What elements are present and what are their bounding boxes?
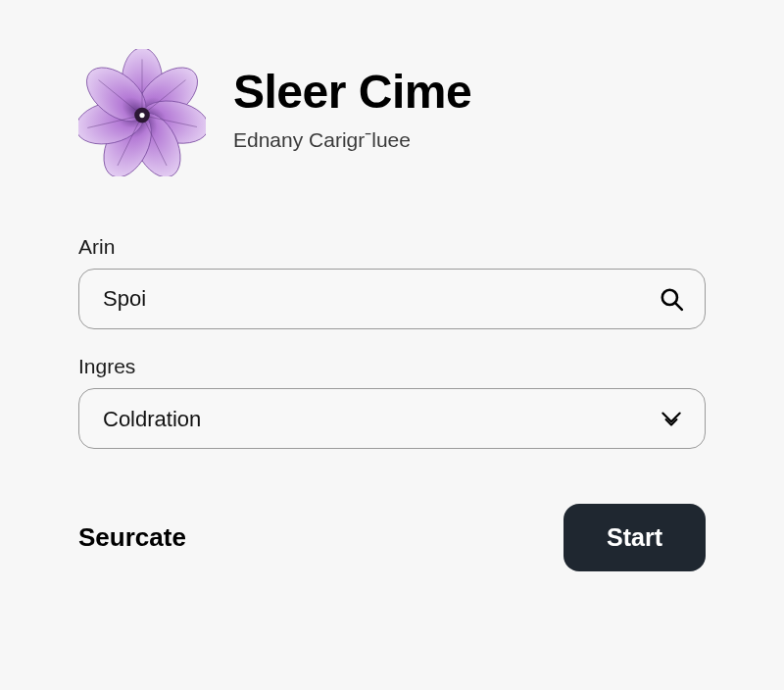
- arin-label: Arin: [78, 235, 706, 259]
- ingres-select-wrap: Coldration: [78, 388, 706, 449]
- start-button[interactable]: Start: [564, 504, 706, 571]
- footer-label: Seurcate: [78, 522, 186, 553]
- footer: Seurcate Start: [78, 504, 706, 571]
- field-ingres: Ingres Coldration: [78, 355, 706, 449]
- arin-input-wrap: [78, 269, 706, 329]
- ingres-label: Ingres: [78, 355, 706, 378]
- header-text: Sleer Cime Ednany Carigrˉluee: [233, 49, 471, 152]
- ingres-select[interactable]: Coldration: [78, 388, 706, 449]
- page-title: Sleer Cime: [233, 67, 471, 119]
- header: Sleer Cime Ednany Carigrˉluee: [78, 49, 706, 176]
- page-subtitle: Ednany Carigrˉluee: [233, 128, 471, 152]
- field-arin: Arin: [78, 235, 706, 329]
- flower-icon: [78, 49, 206, 176]
- svg-point-15: [139, 113, 144, 118]
- arin-input[interactable]: [78, 269, 706, 329]
